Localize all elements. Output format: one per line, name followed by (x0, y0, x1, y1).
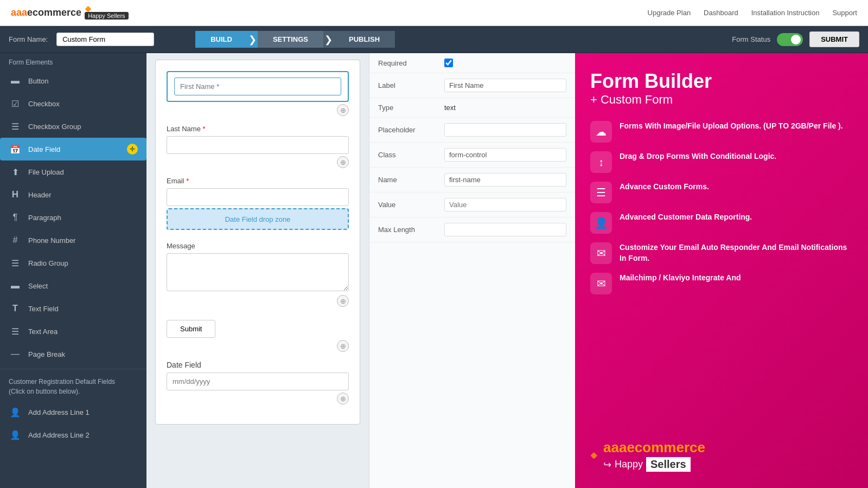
tab-publish[interactable]: PUBLISH (334, 31, 395, 48)
feature-icon-5: ✉ (590, 273, 612, 294)
sidebar-item-date-field[interactable]: 📅 Date Field ✛ (0, 138, 146, 160)
feature-text-4: Customize Your Email Auto Responder And … (620, 242, 853, 264)
nav-dashboard[interactable]: Dashboard (704, 9, 738, 17)
submit-button[interactable]: SUBMIT (809, 31, 859, 47)
paragraph-icon: ¶ (9, 211, 22, 224)
type-value: text (444, 104, 566, 112)
sidebar-item-label: Header (28, 191, 52, 199)
value-input[interactable] (444, 198, 566, 211)
label-input[interactable] (444, 79, 566, 92)
date-field-input[interactable] (167, 373, 349, 390)
feature-item-2: ☰ Advance Custom Forms. (590, 182, 853, 203)
message-label: Message (167, 242, 349, 250)
sidebar-item-file-upload[interactable]: ⬆ File Upload (0, 160, 146, 183)
prop-row-type: Type text (369, 98, 575, 118)
sidebar-item-paragraph[interactable]: ¶ Paragraph (0, 206, 146, 229)
placeholder-label: Placeholder (378, 126, 438, 134)
sidebar-item-checkbox[interactable]: ☑ Checkbox (0, 92, 146, 115)
feature-icon-3: 👤 (590, 212, 612, 234)
sidebar-item-radio-group[interactable]: ☰ Radio Group (0, 252, 146, 274)
form-name-input[interactable] (56, 33, 154, 46)
name-input[interactable] (444, 173, 566, 187)
maxlength-label: Max Length (378, 226, 438, 234)
label-label: Label (378, 81, 438, 89)
sidebar-item-label: Button (28, 77, 49, 85)
class-label: Class (378, 151, 438, 159)
email-input[interactable] (167, 188, 349, 206)
bottom-amazon-arrow: ↪ (603, 459, 611, 471)
prop-row-name: Name (369, 168, 575, 192)
maxlength-input[interactable] (444, 223, 566, 236)
field-email: Email * Date Field drop zone (167, 177, 349, 233)
sidebar-item-button[interactable]: ▬ Button (0, 69, 146, 92)
drop-zone: Date Field drop zone (167, 208, 349, 230)
required-checkbox[interactable] (444, 59, 453, 67)
add-field-after-date[interactable]: ⊕ (337, 393, 349, 404)
form-status-area: Form Status SUBMIT (732, 31, 859, 47)
main-content: Form Elements ▬ Button ☑ Checkbox ☰ Chec… (0, 53, 868, 488)
form-canvas: ⊕ Last Name * ⊕ Email * Date Field drop … (155, 60, 360, 425)
field-last-name: Last Name * ⊕ (167, 125, 349, 168)
class-input[interactable] (444, 148, 566, 162)
first-name-input[interactable] (174, 78, 341, 95)
feature-item-3: 👤 Advanced Customer Data Reporting. (590, 212, 853, 234)
properties-panel: Required Label Type text Placeholder Cla… (369, 53, 575, 488)
prop-row-value: Value (369, 192, 575, 217)
sidebar-item-text-area[interactable]: ☰ Text Area (0, 320, 146, 343)
message-textarea[interactable] (167, 253, 349, 291)
sidebar-item-label: Text Field (28, 305, 59, 313)
form-name-label: Form Name: (9, 35, 48, 43)
customer-reg-text: Customer Registration Default Fields (Cl… (0, 373, 146, 401)
sidebar-item-checkbox-group[interactable]: ☰ Checkbox Group (0, 115, 146, 138)
feature-item-0: ☁ Forms With Image/File Upload Options. … (590, 121, 853, 143)
placeholder-input[interactable] (444, 123, 566, 137)
nav-installation[interactable]: Installation Instruction (751, 9, 820, 17)
form-status-toggle[interactable] (777, 33, 803, 46)
bottom-happy-text: Happy (615, 459, 643, 470)
tab-settings[interactable]: SETTINGS (258, 31, 323, 48)
last-name-input[interactable] (167, 136, 349, 154)
logo-sub: Happy Sellers (85, 12, 128, 20)
add-field-after-lastname[interactable]: ⊕ (337, 156, 349, 168)
sidebar-item-label: Radio Group (28, 259, 68, 267)
sidebar-item-label: Phone Number (28, 236, 75, 245)
right-panel: Form Builder + Custom Form ☁ Forms With … (575, 53, 868, 488)
prop-row-required: Required (369, 53, 575, 73)
bottom-logo-highlight: aaa (603, 439, 627, 455)
right-panel-title: Form Builder (590, 69, 853, 93)
nav-support[interactable]: Support (832, 9, 857, 17)
sidebar-item-add-address-2[interactable]: 👤 Add Address Line 2 (0, 423, 146, 446)
sidebar-item-label: Paragraph (28, 214, 61, 222)
tab-build[interactable]: BUILD (195, 31, 247, 48)
sidebar-item-label: Add Address Line 2 (28, 431, 90, 439)
required-label: Required (378, 59, 438, 67)
logo-highlight: aaa (11, 7, 27, 18)
feature-item-4: ✉ Customize Your Email Auto Responder An… (590, 242, 853, 264)
feature-list: ☁ Forms With Image/File Upload Options. … (590, 121, 853, 294)
sidebar-item-label: Select (28, 282, 48, 290)
sidebar-divider (0, 369, 146, 369)
nav-upgrade[interactable]: Upgrade Plan (648, 9, 691, 17)
form-submit-btn[interactable]: Submit (167, 320, 215, 338)
form-status-label: Form Status (732, 35, 770, 43)
feature-text-2: Advance Custom Forms. (620, 182, 709, 192)
prop-row-placeholder: Placeholder (369, 118, 575, 143)
tab-group: BUILD ❯ SETTINGS ❯ PUBLISH (195, 31, 395, 48)
sidebar-item-phone-number[interactable]: # Phone Number (0, 229, 146, 252)
sidebar-item-label: Date Field (28, 145, 60, 153)
select-icon: ▬ (9, 279, 22, 292)
last-name-label: Last Name * (167, 125, 349, 133)
add-field-after-firstname[interactable]: ⊕ (337, 104, 349, 116)
sidebar-item-add-address-1[interactable]: 👤 Add Address Line 1 (0, 401, 146, 423)
field-date: Date Field ⊕ (167, 361, 349, 404)
sidebar-item-text-field[interactable]: T Text Field (0, 297, 146, 320)
field-first-name: ⊕ (167, 71, 349, 116)
radio-group-icon: ☰ (9, 256, 22, 269)
add-field-after-submit[interactable]: ⊕ (337, 340, 349, 352)
sidebar-item-header[interactable]: H Header (0, 183, 146, 206)
add-field-after-message[interactable]: ⊕ (337, 295, 349, 307)
sidebar-item-select[interactable]: ▬ Select (0, 274, 146, 297)
feature-icon-2: ☰ (590, 182, 612, 203)
sidebar-item-page-break[interactable]: — Page Break (0, 343, 146, 365)
file-upload-icon: ⬆ (9, 165, 22, 178)
